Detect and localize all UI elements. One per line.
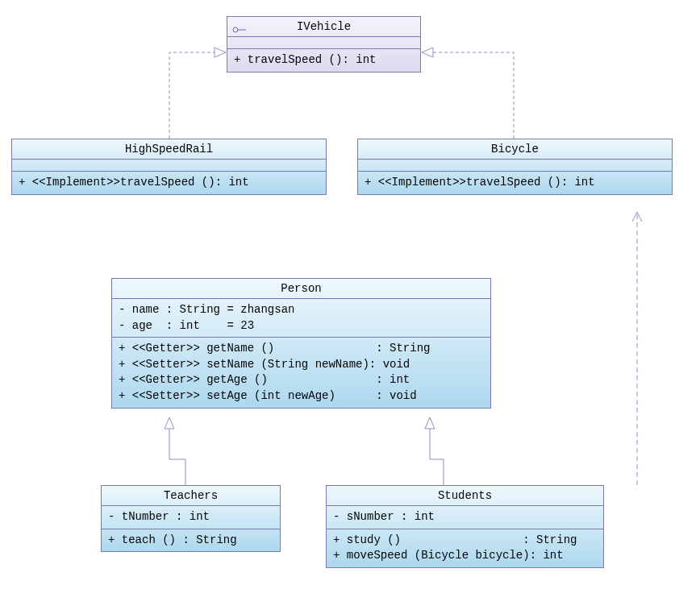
class-title: IVehicle	[227, 17, 420, 37]
attribute: - age : int = 23	[119, 318, 484, 334]
class-person: Person - name : String = zhangsan - age …	[111, 278, 491, 409]
attributes-section: - sNumber : int	[327, 506, 603, 529]
methods-section: + <<Implement>>travelSpeed (): int	[358, 172, 672, 194]
attribute: - sNumber : int	[333, 509, 597, 525]
attributes-section: - tNumber : int	[102, 506, 280, 529]
method: + <<Implement>>travelSpeed (): int	[365, 175, 665, 191]
class-students: Students - sNumber : int + study () : St…	[326, 485, 604, 568]
class-name: Person	[281, 282, 321, 295]
methods-section: + <<Getter>> getName () : String + <<Set…	[112, 338, 490, 407]
method: + moveSpeed (Bicycle bicycle): int	[333, 548, 597, 564]
class-name: IVehicle	[297, 20, 351, 33]
class-title: Teachers	[102, 486, 280, 506]
method: + <<Getter>> getAge () : int	[119, 372, 484, 388]
method: + travelSpeed (): int	[234, 52, 414, 68]
class-title: Bicycle	[358, 139, 672, 160]
svg-point-0	[233, 27, 238, 32]
attribute: - name : String = zhangsan	[119, 302, 484, 318]
methods-section: + <<Implement>>travelSpeed (): int	[12, 172, 326, 194]
methods-section: + travelSpeed (): int	[227, 49, 420, 72]
class-teachers: Teachers - tNumber : int + teach () : St…	[101, 485, 281, 552]
interface-icon	[232, 23, 247, 30]
attribute: - tNumber : int	[108, 509, 273, 525]
class-title: Students	[327, 486, 603, 506]
attributes-section	[358, 160, 672, 172]
class-name: Teachers	[164, 489, 218, 502]
method: + <<Getter>> getName () : String	[119, 341, 484, 357]
class-title: HighSpeedRail	[12, 139, 326, 160]
class-ivehicle: IVehicle + travelSpeed (): int	[227, 16, 421, 73]
method: + <<Setter>> setName (String newName): v…	[119, 357, 484, 373]
attributes-section	[227, 37, 420, 49]
methods-section: + teach () : String	[102, 529, 280, 552]
method: + <<Implement>>travelSpeed (): int	[19, 175, 319, 191]
class-bicycle: Bicycle + <<Implement>>travelSpeed (): i…	[357, 139, 673, 195]
method: + <<Setter>> setAge (int newAge) : void	[119, 388, 484, 405]
methods-section: + study () : String + moveSpeed (Bicycle…	[327, 529, 603, 567]
class-title: Person	[112, 279, 490, 299]
class-name: Students	[438, 489, 492, 502]
class-highspeedrail: HighSpeedRail + <<Implement>>travelSpeed…	[11, 139, 327, 195]
attributes-section	[12, 160, 326, 172]
class-name: Bicycle	[491, 143, 539, 156]
uml-diagram: IVehicle + travelSpeed (): int HighSpeed…	[0, 0, 700, 610]
method: + teach () : String	[108, 533, 273, 549]
class-name: HighSpeedRail	[125, 143, 213, 156]
method: + study () : String	[333, 533, 597, 549]
attributes-section: - name : String = zhangsan - age : int =…	[112, 299, 490, 338]
